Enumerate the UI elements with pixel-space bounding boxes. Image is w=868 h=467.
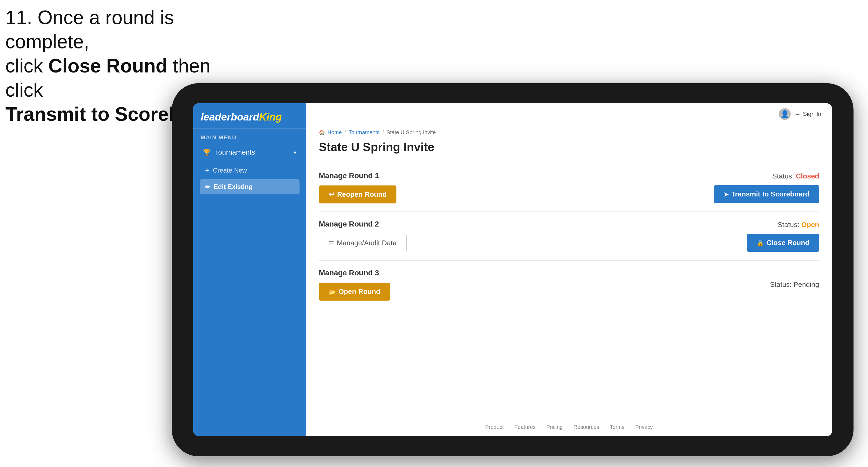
round-2-status-label: Status: bbox=[778, 221, 799, 229]
footer-resources[interactable]: Resources bbox=[574, 424, 599, 430]
sidebar-nav: Tournaments ▾ Create New Edit Existing bbox=[193, 143, 306, 195]
round-2-status-value: Open bbox=[801, 221, 819, 229]
round-1-section: Manage Round 1 Reopen Round Status: Clos… bbox=[319, 163, 819, 212]
sign-in-button[interactable]: Sign In bbox=[795, 110, 822, 118]
round-1-status-label: Status: bbox=[772, 172, 794, 180]
logo-leaderboard: leaderboard bbox=[201, 112, 259, 123]
avatar bbox=[779, 108, 791, 120]
sidebar: leaderboardKing MAIN MENU Tournaments ▾ bbox=[193, 103, 306, 436]
close-round-icon bbox=[756, 239, 764, 247]
round-2-right: Status: Open Close Round bbox=[747, 221, 819, 252]
round-2-left: Manage Round 2 Manage/Audit Data bbox=[319, 220, 407, 252]
round-1-right: Status: Closed Transmit to Scoreboard bbox=[714, 172, 819, 203]
transmit-to-scoreboard-button[interactable]: Transmit to Scoreboard bbox=[714, 185, 819, 203]
chevron-down-icon: ▾ bbox=[293, 149, 296, 156]
round-3-section: Manage Round 3 Open Round Status: Pendin… bbox=[319, 260, 819, 309]
tablet-device: leaderboardKing MAIN MENU Tournaments ▾ bbox=[172, 83, 854, 456]
round-3-status-value: Pending bbox=[794, 280, 819, 288]
close-round-button[interactable]: Close Round bbox=[747, 234, 819, 252]
reopen-round-button[interactable]: Reopen Round bbox=[319, 185, 396, 204]
breadcrumb-home[interactable]: Home bbox=[328, 129, 342, 135]
instruction-line2: click bbox=[5, 55, 48, 76]
round-3-left: Manage Round 3 Open Round bbox=[319, 269, 390, 301]
sidebar-logo: leaderboardKing bbox=[193, 103, 306, 129]
trophy-icon bbox=[203, 148, 211, 156]
manage-audit-data-button[interactable]: Manage/Audit Data bbox=[319, 234, 407, 252]
instruction-bold1: Close Round bbox=[48, 55, 167, 76]
nav-item-left: Tournaments bbox=[203, 148, 255, 156]
top-bar: Sign In bbox=[306, 103, 832, 125]
breadcrumb: Home / Tournaments / State U Spring Invi… bbox=[306, 125, 832, 138]
round-3-right: Status: Pending bbox=[770, 280, 819, 289]
transmit-label: Transmit to Scoreboard bbox=[731, 190, 809, 198]
round-2-title: Manage Round 2 bbox=[319, 220, 407, 228]
sign-in-label: Sign In bbox=[803, 111, 822, 118]
breadcrumb-sep-2: / bbox=[382, 129, 384, 135]
breadcrumb-sep-1: / bbox=[344, 129, 346, 135]
app-layout: leaderboardKing MAIN MENU Tournaments ▾ bbox=[193, 103, 832, 436]
logo-text: leaderboardKing bbox=[201, 112, 299, 123]
open-round-icon bbox=[329, 287, 336, 296]
round-1-title: Manage Round 1 bbox=[319, 172, 396, 180]
sidebar-item-edit-existing[interactable]: Edit Existing bbox=[200, 179, 300, 194]
reopen-round-label: Reopen Round bbox=[337, 190, 387, 198]
close-round-label: Close Round bbox=[767, 239, 809, 247]
footer-terms[interactable]: Terms bbox=[610, 424, 624, 430]
manage-audit-label: Manage/Audit Data bbox=[337, 239, 397, 247]
round-3-status: Status: Pending bbox=[770, 280, 819, 289]
create-new-label: Create New bbox=[213, 167, 247, 174]
footer-product[interactable]: Product bbox=[485, 424, 504, 430]
logo-king: King bbox=[259, 112, 282, 123]
page-content: State U Spring Invite Manage Round 1 Reo… bbox=[306, 138, 832, 418]
nav-sub-menu: Create New Edit Existing bbox=[197, 162, 302, 194]
transmit-icon bbox=[723, 190, 728, 198]
round-1-status-value: Closed bbox=[796, 172, 819, 180]
edit-icon bbox=[205, 183, 210, 191]
sign-in-area: Sign In bbox=[779, 108, 822, 120]
edit-existing-label: Edit Existing bbox=[214, 183, 253, 191]
breadcrumb-current: State U Spring Invite bbox=[386, 129, 436, 135]
open-round-button[interactable]: Open Round bbox=[319, 283, 390, 301]
main-menu-label: MAIN MENU bbox=[193, 129, 306, 143]
manage-icon bbox=[329, 239, 334, 247]
tablet-screen: leaderboardKing MAIN MENU Tournaments ▾ bbox=[193, 103, 832, 436]
round-2-section: Manage Round 2 Manage/Audit Data Status:… bbox=[319, 212, 819, 260]
footer-features[interactable]: Features bbox=[515, 424, 536, 430]
user-icon bbox=[780, 110, 789, 118]
round-3-title: Manage Round 3 bbox=[319, 269, 390, 277]
tournaments-label: Tournaments bbox=[215, 148, 255, 156]
round-2-status: Status: Open bbox=[778, 221, 819, 229]
round-3-status-label: Status: bbox=[770, 280, 792, 288]
home-icon bbox=[319, 129, 325, 135]
sidebar-item-tournaments[interactable]: Tournaments ▾ bbox=[197, 143, 302, 161]
sidebar-item-create-new[interactable]: Create New bbox=[200, 162, 300, 178]
round-1-left: Manage Round 1 Reopen Round bbox=[319, 172, 396, 204]
page-title: State U Spring Invite bbox=[319, 141, 819, 154]
round-1-status: Status: Closed bbox=[772, 172, 819, 180]
plus-icon bbox=[205, 166, 209, 175]
instruction-line1: 11. Once a round is complete, bbox=[5, 7, 174, 52]
footer-privacy[interactable]: Privacy bbox=[635, 424, 653, 430]
open-round-label: Open Round bbox=[338, 287, 380, 296]
main-content: Sign In Home / Tournaments / State U Spr… bbox=[306, 103, 832, 436]
footer-pricing[interactable]: Pricing bbox=[547, 424, 563, 430]
reopen-icon bbox=[329, 190, 334, 198]
breadcrumb-tournaments[interactable]: Tournaments bbox=[349, 129, 380, 135]
footer: Product Features Pricing Resources Terms… bbox=[306, 418, 832, 436]
signin-icon bbox=[795, 110, 801, 118]
